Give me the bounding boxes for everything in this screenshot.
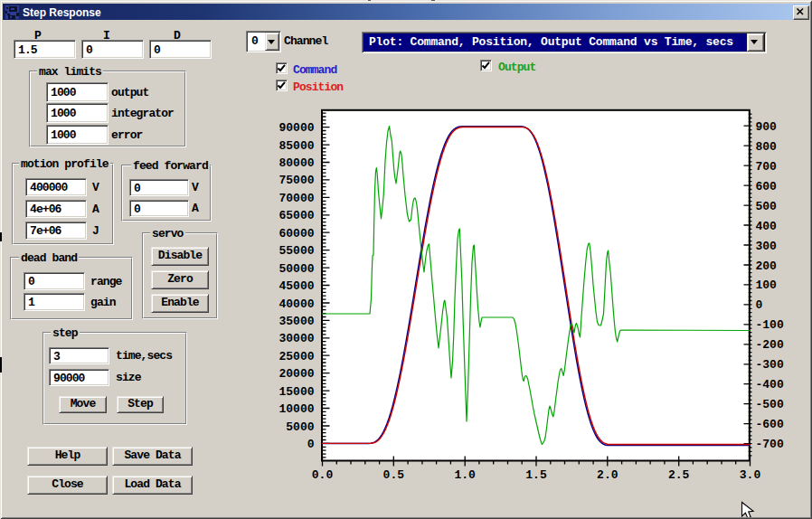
svg-text:-600: -600 — [756, 418, 784, 431]
svg-text:80000: 80000 — [279, 156, 314, 170]
svg-text:200: 200 — [756, 260, 778, 273]
svg-text:20000: 20000 — [279, 367, 314, 381]
svg-text:-300: -300 — [756, 358, 784, 372]
svg-text:25000: 25000 — [279, 350, 314, 363]
svg-text:45000: 45000 — [279, 279, 314, 293]
svg-text:-700: -700 — [756, 438, 784, 451]
svg-text:5000: 5000 — [286, 420, 314, 434]
svg-text:0.0: 0.0 — [312, 468, 334, 482]
svg-text:-200: -200 — [756, 338, 784, 352]
svg-text:100: 100 — [756, 278, 778, 292]
svg-text:35000: 35000 — [279, 315, 314, 328]
svg-text:0: 0 — [307, 438, 315, 451]
svg-text:300: 300 — [756, 240, 778, 253]
svg-text:400: 400 — [756, 220, 778, 233]
svg-text:15000: 15000 — [279, 385, 314, 399]
svg-text:600: 600 — [756, 180, 778, 193]
svg-text:90000: 90000 — [279, 121, 314, 135]
svg-text:800: 800 — [756, 140, 778, 154]
svg-text:10000: 10000 — [279, 402, 314, 416]
svg-text:-100: -100 — [756, 318, 784, 332]
svg-text:0: 0 — [756, 298, 763, 312]
svg-text:2.5: 2.5 — [668, 468, 690, 482]
svg-text:30000: 30000 — [279, 332, 314, 345]
svg-text:50000: 50000 — [279, 262, 314, 276]
svg-text:55000: 55000 — [279, 244, 314, 258]
svg-text:-400: -400 — [756, 378, 784, 392]
svg-text:65000: 65000 — [279, 209, 314, 222]
svg-text:3.0: 3.0 — [740, 468, 761, 482]
svg-text:70000: 70000 — [279, 192, 314, 205]
svg-text:85000: 85000 — [279, 139, 314, 153]
svg-text:1.0: 1.0 — [454, 468, 476, 482]
svg-text:-500: -500 — [756, 398, 784, 411]
svg-text:1.5: 1.5 — [525, 468, 547, 482]
svg-text:75000: 75000 — [279, 174, 314, 187]
svg-text:900: 900 — [756, 120, 778, 134]
svg-text:40000: 40000 — [279, 297, 314, 311]
svg-text:2.0: 2.0 — [597, 468, 618, 482]
svg-text:60000: 60000 — [279, 227, 314, 241]
svg-text:0.5: 0.5 — [383, 468, 405, 482]
svg-text:500: 500 — [756, 200, 778, 213]
svg-text:700: 700 — [756, 160, 778, 174]
